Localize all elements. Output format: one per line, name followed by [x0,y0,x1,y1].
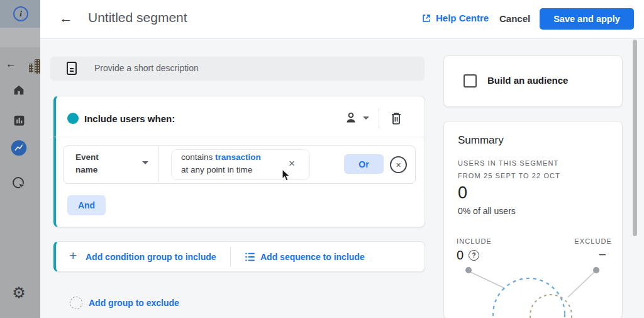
add-condition-group-button[interactable]: Add condition group to include [86,252,216,262]
venn-include-circle [493,278,565,318]
card-divider [54,137,424,137]
property-bar: ← [0,28,40,47]
actions-divider [230,247,231,266]
cancel-button[interactable]: Cancel [499,13,530,24]
chevron-down-icon [142,161,148,164]
person-icon [343,110,358,125]
gear-icon: ⚙ [12,285,26,300]
remove-filter-icon[interactable]: × [289,157,295,170]
save-and-apply-button[interactable]: Save and apply [540,8,634,30]
sequence-list-icon [244,251,256,265]
filter-chip-line1: contains transaction [181,152,261,162]
buildings-icon [29,64,33,72]
open-in-new-icon [421,13,431,23]
dimension-select[interactable]: Event name [75,151,121,176]
advertising-icon [11,176,26,191]
sidebar-item-explore[interactable] [11,140,27,156]
delete-group-button[interactable] [389,111,403,128]
remove-condition-button[interactable]: × [390,156,407,173]
back-button[interactable]: ← [57,9,75,28]
sidebar-item-reports[interactable] [11,112,27,128]
include-scope-dot [67,113,79,124]
condition-divider [158,146,159,182]
plus-icon: + [69,248,77,263]
sidebar-item-home[interactable] [11,82,27,98]
venn-exclude-circle [530,295,572,318]
add-group-to-exclude-button[interactable]: Add group to exclude [89,298,179,308]
document-icon [65,61,78,79]
exclude-leader-dot [593,267,599,273]
scope-selector[interactable] [343,110,369,125]
build-audience-checkbox[interactable] [464,74,477,88]
scrollbar-thumb[interactable] [633,40,637,236]
explore-icon [11,137,27,159]
account-header-strip: i [0,0,40,28]
filter-chip-scope: at any point in time [181,165,252,174]
bar-chart-icon [13,114,26,127]
trash-icon [389,111,403,126]
include-leader-dot [465,267,472,273]
sidebar-item-settings[interactable]: ⚙ [11,285,27,301]
include-leader-line [470,272,505,288]
back-arrow-icon-dimmed: ← [6,58,16,71]
description-placeholder: Provide a short description [94,63,199,73]
or-button[interactable]: Or [344,154,384,174]
include-group-title: Include users when: [84,113,175,124]
mouse-cursor [282,169,291,185]
exclude-leader-line [568,272,594,297]
segment-venn-diagram [444,122,622,318]
sidebar-item-advertising[interactable] [11,175,27,191]
info-icon: i [13,6,28,21]
chevron-down-icon [363,116,369,120]
page-title: Untitled segment [88,10,187,25]
dimmed-app-backdrop: i ← ⚙ [0,0,40,318]
add-sequence-button[interactable]: Add sequence to include [260,252,365,262]
help-centre-link[interactable]: Help Centre [421,13,489,23]
build-audience-label: Build an audience [487,75,568,86]
filter-value: transaction [215,152,261,162]
header-divider [379,108,379,128]
filter-operator: contains [181,152,215,162]
help-centre-label: Help Centre [436,13,489,23]
summary-card: Summary USERS IN THIS SEGMENT FROM 25 SE… [443,121,623,318]
and-button[interactable]: And [67,195,106,215]
home-icon [12,83,26,97]
buildings-icon [35,59,40,74]
dashed-circle-icon [70,297,82,309]
